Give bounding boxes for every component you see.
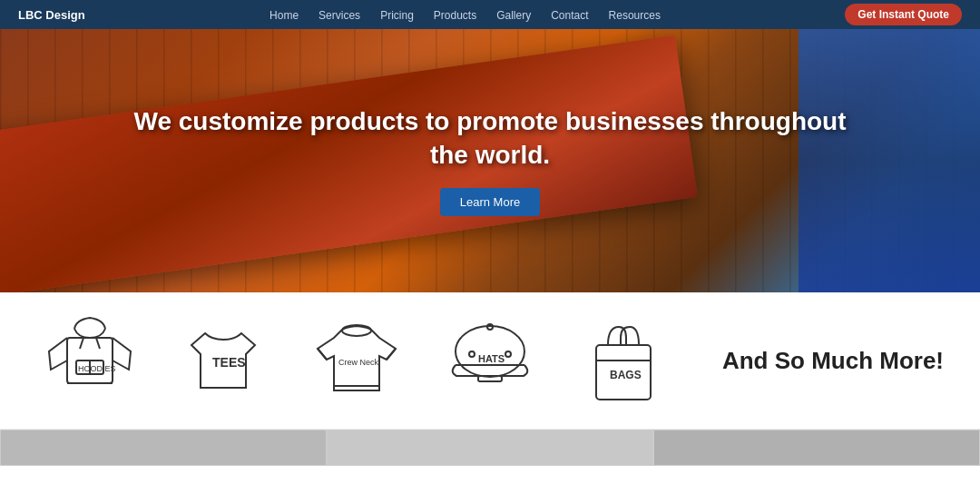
and-more-text: And So Much More! xyxy=(722,347,944,375)
svg-line-5 xyxy=(80,338,83,349)
svg-rect-19 xyxy=(478,376,502,381)
product-tees: TEES xyxy=(170,311,276,410)
svg-point-17 xyxy=(505,351,511,357)
svg-text:HATS: HATS xyxy=(478,353,505,364)
product-crewneck: Crew Neck xyxy=(303,311,409,410)
svg-text:TEES: TEES xyxy=(212,355,246,370)
hats-icon: HATS xyxy=(440,311,540,410)
nav-gallery[interactable]: Gallery xyxy=(496,9,531,22)
svg-text:HOODIES: HOODIES xyxy=(78,364,116,373)
nav-resources[interactable]: Resources xyxy=(609,9,661,22)
nav-products[interactable]: Products xyxy=(434,9,476,22)
svg-text:Crew Neck: Crew Neck xyxy=(338,358,379,367)
hero-section: We customize products to promote busines… xyxy=(0,29,980,292)
svg-text:BAGS: BAGS xyxy=(610,369,642,381)
svg-line-10 xyxy=(387,349,396,360)
nav-services[interactable]: Services xyxy=(318,9,360,22)
learn-more-button[interactable]: Learn More xyxy=(440,188,540,216)
bottom-strip xyxy=(0,430,980,466)
hero-content: We customize products to promote busines… xyxy=(0,29,980,292)
crewneck-icon: Crew Neck xyxy=(307,311,407,410)
svg-line-6 xyxy=(96,338,100,349)
bags-icon: BAGS xyxy=(573,311,673,410)
svg-line-9 xyxy=(318,349,327,360)
svg-point-16 xyxy=(469,351,475,357)
products-strip: HOODIES TEES xyxy=(0,292,980,430)
bottom-image-1 xyxy=(1,430,326,465)
product-bags: BAGS xyxy=(571,311,677,410)
hoodies-icon: HOODIES xyxy=(40,311,140,410)
svg-point-15 xyxy=(487,324,493,330)
hero-title: We customize products to promote busines… xyxy=(127,105,853,172)
brand-logo: LBC Design xyxy=(18,8,85,22)
tees-icon: TEES xyxy=(173,311,273,410)
bottom-image-3 xyxy=(654,430,979,465)
nav-home[interactable]: Home xyxy=(270,9,299,22)
instant-quote-button[interactable]: Get Instant Quote xyxy=(845,4,962,25)
navbar: LBC Design Home Services Pricing Product… xyxy=(0,0,980,29)
bottom-image-2 xyxy=(328,430,652,465)
nav-contact[interactable]: Contact xyxy=(551,9,588,22)
svg-point-13 xyxy=(456,326,524,377)
product-hoodies: HOODIES xyxy=(36,311,142,410)
nav-pricing[interactable]: Pricing xyxy=(380,9,414,22)
product-hats: HATS xyxy=(437,311,544,410)
nav-links: Home Services Pricing Products Gallery C… xyxy=(270,6,661,23)
